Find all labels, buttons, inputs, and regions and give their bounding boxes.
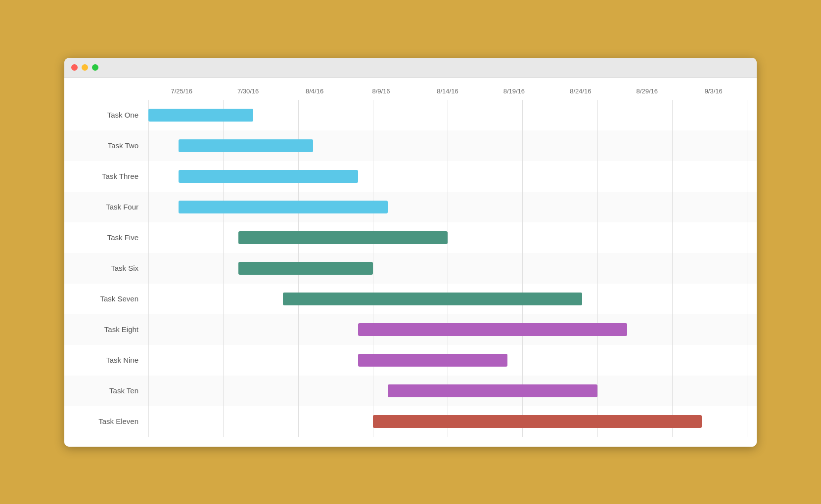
- gantt-bar[interactable]: [358, 323, 628, 336]
- grid-line: [597, 253, 598, 284]
- gantt-bar[interactable]: [358, 354, 508, 367]
- task-row: Task One: [64, 100, 757, 130]
- grid-line: [747, 345, 747, 376]
- grid-line: [448, 100, 448, 130]
- date-header-row: 7/25/167/30/168/4/168/9/168/14/168/19/16…: [148, 87, 747, 95]
- grid-line: [148, 314, 149, 345]
- grid-line: [298, 406, 299, 437]
- task-chart-area: [148, 161, 747, 192]
- grid-line: [747, 161, 747, 192]
- date-label: 8/9/16: [348, 87, 414, 95]
- grid-line: [148, 345, 149, 376]
- task-row: Task Ten: [64, 376, 757, 406]
- grid-line: [522, 130, 523, 161]
- grid-line: [148, 284, 149, 314]
- gantt-bar[interactable]: [238, 262, 373, 275]
- gantt-bar[interactable]: [373, 415, 702, 428]
- grid-line: [148, 161, 149, 192]
- grid-line: [672, 253, 673, 284]
- task-row: Task Three: [64, 161, 757, 192]
- task-label: Task Ten: [64, 386, 148, 395]
- grid-line: [747, 192, 747, 222]
- task-chart-area: [148, 376, 747, 406]
- task-row: Task Eight: [64, 314, 757, 345]
- minimize-button[interactable]: [82, 64, 88, 71]
- grid-line: [522, 253, 523, 284]
- titlebar: [64, 58, 757, 78]
- grid-line: [448, 192, 448, 222]
- grid-line: [672, 314, 673, 345]
- grid-line: [672, 192, 673, 222]
- grid-line: [223, 406, 224, 437]
- gantt-bar[interactable]: [238, 231, 448, 244]
- grid-line: [672, 222, 673, 253]
- task-label: Task Nine: [64, 356, 148, 364]
- grid-line: [148, 406, 149, 437]
- task-label: Task Four: [64, 203, 148, 211]
- task-label: Task Eleven: [64, 417, 148, 425]
- grid-line: [522, 100, 523, 130]
- task-label: Task One: [64, 111, 148, 119]
- task-row: Task Nine: [64, 345, 757, 376]
- grid-line: [597, 130, 598, 161]
- date-label: 7/25/16: [148, 87, 215, 95]
- maximize-button[interactable]: [92, 64, 98, 71]
- grid-line: [747, 130, 747, 161]
- gantt-bar[interactable]: [179, 201, 388, 213]
- date-label: 8/4/16: [281, 87, 348, 95]
- gantt-chart: 7/25/167/30/168/4/168/9/168/14/168/19/16…: [64, 87, 757, 437]
- grid-line: [223, 376, 224, 406]
- grid-line: [223, 222, 224, 253]
- grid-line: [448, 130, 448, 161]
- grid-line: [597, 222, 598, 253]
- grid-line: [747, 253, 747, 284]
- grid-line: [298, 100, 299, 130]
- grid-line: [373, 161, 373, 192]
- grid-line: [747, 314, 747, 345]
- gantt-bar[interactable]: [179, 139, 313, 152]
- task-row: Task Two: [64, 130, 757, 161]
- task-chart-area: [148, 222, 747, 253]
- grid-line: [223, 284, 224, 314]
- grid-line: [672, 284, 673, 314]
- grid-line: [298, 376, 299, 406]
- grid-line: [448, 161, 448, 192]
- grid-line: [672, 161, 673, 192]
- grid-line: [522, 345, 523, 376]
- grid-line: [148, 130, 149, 161]
- task-label: Task Five: [64, 233, 148, 242]
- grid-line: [747, 376, 747, 406]
- grid-line: [747, 100, 747, 130]
- gantt-bar[interactable]: [388, 384, 597, 397]
- task-label: Task Seven: [64, 294, 148, 303]
- task-label: Task Eight: [64, 325, 148, 334]
- task-chart-area: [148, 130, 747, 161]
- gantt-bar[interactable]: [148, 109, 253, 122]
- grid-line: [223, 314, 224, 345]
- grid-line: [148, 376, 149, 406]
- task-row: Task Five: [64, 222, 757, 253]
- task-label: Task Six: [64, 264, 148, 272]
- grid-line: [448, 253, 448, 284]
- grid-line: [597, 284, 598, 314]
- task-label: Task Two: [64, 141, 148, 150]
- date-label: 9/3/16: [681, 87, 747, 95]
- grid-line: [672, 130, 673, 161]
- gantt-bar[interactable]: [283, 293, 582, 305]
- task-chart-area: [148, 100, 747, 130]
- gantt-bar[interactable]: [179, 170, 358, 183]
- grid-line: [747, 284, 747, 314]
- grid-line: [373, 130, 373, 161]
- grid-line: [522, 222, 523, 253]
- date-label: 8/29/16: [614, 87, 680, 95]
- grid-line: [597, 376, 598, 406]
- task-chart-area: [148, 192, 747, 222]
- close-button[interactable]: [71, 64, 78, 71]
- task-label: Task Three: [64, 172, 148, 180]
- grid-line: [522, 192, 523, 222]
- task-chart-area: [148, 345, 747, 376]
- task-row: Task Six: [64, 253, 757, 284]
- grid-line: [373, 253, 373, 284]
- grid-line: [148, 192, 149, 222]
- grid-line: [373, 376, 373, 406]
